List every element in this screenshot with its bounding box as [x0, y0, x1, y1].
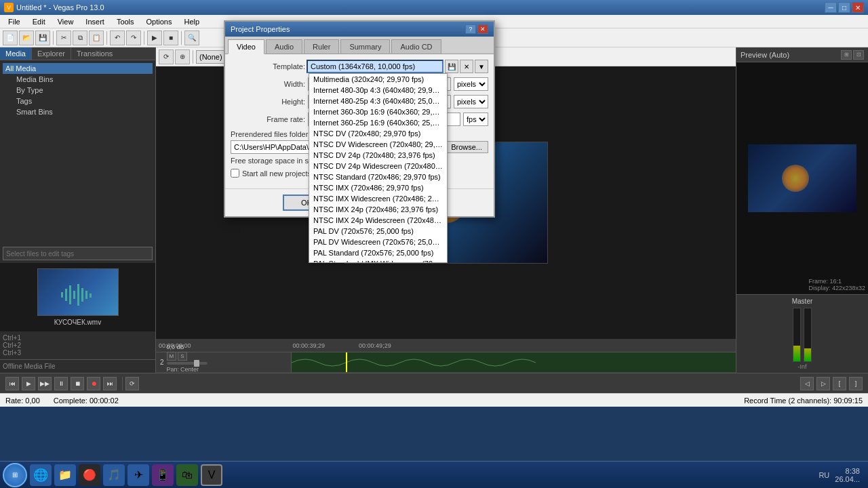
dd-item-6[interactable]: NTSC DV Widescreen (720x480; 29,970 fps)	[309, 139, 447, 150]
paste-btn[interactable]: 📋	[89, 30, 104, 45]
dd-item-0[interactable]: Multimedia (320x240; 29,970 fps)	[309, 74, 447, 85]
pause-btn[interactable]: ⏸	[54, 377, 68, 390]
template-input[interactable]	[307, 60, 443, 73]
save-btn[interactable]: 💾	[35, 30, 50, 45]
sep4	[181, 31, 182, 45]
loop-btn[interactable]: ⟳	[159, 49, 174, 64]
tab-summary[interactable]: Summary	[340, 39, 390, 54]
tab-ruler[interactable]: Ruler	[304, 39, 339, 54]
taskbar-media[interactable]: 🎵	[103, 464, 125, 486]
dd-item-2[interactable]: Internet 480-25p 4:3 (640x480; 25,000 fp…	[309, 96, 447, 106]
dd-item-8[interactable]: NTSC DV 24p Widescreen (720x480; 23,976 …	[309, 161, 447, 171]
sep3	[144, 31, 144, 45]
track-volume: 0,0 dB	[167, 344, 208, 350]
zoom-in[interactable]: 🔍	[184, 30, 199, 45]
dd-item-13[interactable]: NTSC IMX 24p Widescreen (720x486; 23,976…	[309, 215, 447, 226]
dialog-help-btn[interactable]: ?	[465, 24, 476, 34]
preview-btn1[interactable]: ⊞	[841, 50, 852, 60]
solo-btn[interactable]: S	[178, 352, 186, 361]
new-btn[interactable]: 📄	[3, 30, 18, 45]
dd-item-9[interactable]: NTSC Standard (720x486; 29,970 fps)	[309, 171, 447, 182]
browse-btn[interactable]: Browse...	[445, 141, 488, 153]
width-unit[interactable]: pixels	[454, 77, 488, 91]
tab-transitions[interactable]: Transitions	[71, 47, 118, 60]
stop-btn[interactable]: ■	[163, 30, 178, 45]
undo-btn[interactable]: ↶	[110, 30, 125, 45]
loop-transport-btn[interactable]: ⟳	[125, 377, 139, 390]
play-btn[interactable]: ▶▶	[38, 377, 52, 390]
tree-media-bins[interactable]: Media Bins	[14, 74, 153, 85]
menu-edit[interactable]: Edit	[27, 16, 51, 27]
mark-out-btn[interactable]: ]	[849, 377, 863, 390]
dd-item-17[interactable]: PAL Standard / IMX Widescreen (720x576; …	[309, 258, 447, 263]
prev-frame-btn[interactable]: ◁	[800, 377, 814, 390]
dd-item-12[interactable]: NTSC IMX 24p (720x486; 23,976 fps)	[309, 204, 447, 215]
tab-media[interactable]: Media	[0, 47, 32, 60]
dd-item-1[interactable]: Internet 480-30p 4:3 (640x480; 29,970 fp…	[309, 85, 447, 96]
menu-view[interactable]: View	[52, 16, 79, 27]
tree-tags[interactable]: Tags	[14, 96, 153, 106]
template-save-btn[interactable]: 💾	[445, 60, 458, 73]
height-label: Height:	[231, 98, 305, 106]
minimize-btn[interactable]: ─	[825, 2, 837, 13]
snap-btn[interactable]: ⊕	[175, 49, 190, 64]
play-pause-btn[interactable]: ▶	[22, 377, 35, 390]
record-btn[interactable]: ⏺	[87, 377, 100, 390]
template-del-btn[interactable]: ✕	[460, 60, 473, 73]
vu-meters	[739, 308, 865, 362]
maximize-btn[interactable]: □	[838, 2, 850, 13]
template-arrow-btn[interactable]: ▼	[475, 60, 488, 73]
taskbar-explorer[interactable]: 📁	[54, 464, 76, 486]
taskbar-chrome[interactable]: 🔴	[79, 464, 100, 486]
tree-all-media[interactable]: All Media	[3, 63, 153, 74]
dd-item-11[interactable]: NTSC IMX Widescreen (720x486; 29,970 fps…	[309, 193, 447, 204]
render-btn[interactable]: ▶	[147, 30, 162, 45]
menu-options[interactable]: Options	[141, 16, 178, 27]
dd-item-10[interactable]: NTSC IMX (720x486; 29,970 fps)	[309, 182, 447, 193]
taskbar-viber[interactable]: 📱	[152, 464, 174, 486]
dd-item-15[interactable]: PAL DV Widescreen (720x576; 25,000 fps)	[309, 237, 447, 247]
tab-explorer[interactable]: Explorer	[32, 47, 71, 60]
dialog-close-btn[interactable]: ✕	[477, 24, 488, 34]
framerate-unit[interactable]: fps	[463, 113, 488, 126]
new-projects-checkbox[interactable]	[231, 169, 239, 178]
taskbar-ie[interactable]: 🌐	[30, 464, 52, 486]
menu-file[interactable]: File	[3, 16, 26, 27]
sep2	[106, 31, 107, 45]
stop-transport-btn[interactable]: ⏹	[71, 377, 84, 390]
cut-btn[interactable]: ✂	[56, 30, 71, 45]
bottom-transport: ⏮ ▶ ▶▶ ⏸ ⏹ ⏺ ⏭ ⟳ ◁ ▷ [ ]	[0, 373, 868, 393]
tree-smart-bins[interactable]: Smart Bins	[14, 106, 153, 117]
dd-item-14[interactable]: PAL DV (720x576; 25,000 fps)	[309, 226, 447, 237]
menu-tools[interactable]: Tools	[111, 16, 140, 27]
preview-btn2[interactable]: ⊡	[853, 50, 864, 60]
vol-slider[interactable]	[167, 362, 208, 365]
copy-btn[interactable]: ⧉	[73, 30, 87, 45]
taskbar-telegram[interactable]: ✈	[127, 464, 149, 486]
app-close-btn[interactable]: ✕	[852, 2, 864, 13]
open-btn[interactable]: 📂	[19, 30, 34, 45]
dd-item-5[interactable]: NTSC DV (720x480; 29,970 fps)	[309, 128, 447, 139]
rewind-btn[interactable]: ⏮	[5, 377, 19, 390]
start-btn[interactable]: ⊞	[3, 463, 27, 487]
dd-item-16[interactable]: PAL Standard (720x576; 25,000 fps)	[309, 247, 447, 258]
tag-search-input[interactable]	[3, 247, 153, 260]
dd-item-7[interactable]: NTSC DV 24p (720x480; 23,976 fps)	[309, 150, 447, 161]
taskbar-store[interactable]: 🛍	[176, 464, 198, 486]
mute-btn[interactable]: M	[167, 352, 177, 361]
menu-insert[interactable]: Insert	[80, 16, 110, 27]
height-unit[interactable]: pixels	[454, 95, 488, 108]
dd-item-3[interactable]: Internet 360-30p 16:9 (640x360; 29,970 f…	[309, 106, 447, 117]
mark-in-btn[interactable]: [	[833, 377, 846, 390]
locale-indicator: RU	[818, 471, 829, 479]
tab-video[interactable]: Video	[228, 39, 264, 54]
menu-help[interactable]: Help	[178, 16, 205, 27]
redo-btn[interactable]: ↷	[126, 30, 141, 45]
taskbar-vegas[interactable]: V	[201, 464, 222, 486]
ffwd-btn[interactable]: ⏭	[103, 377, 117, 390]
next-frame-btn[interactable]: ▷	[816, 377, 830, 390]
dd-item-4[interactable]: Internet 360-25p 16:9 (640x360; 25,000 f…	[309, 117, 447, 128]
tree-by-type[interactable]: By Type	[14, 85, 153, 96]
tab-audio-cd[interactable]: Audio CD	[391, 39, 441, 54]
tab-audio[interactable]: Audio	[266, 39, 302, 54]
